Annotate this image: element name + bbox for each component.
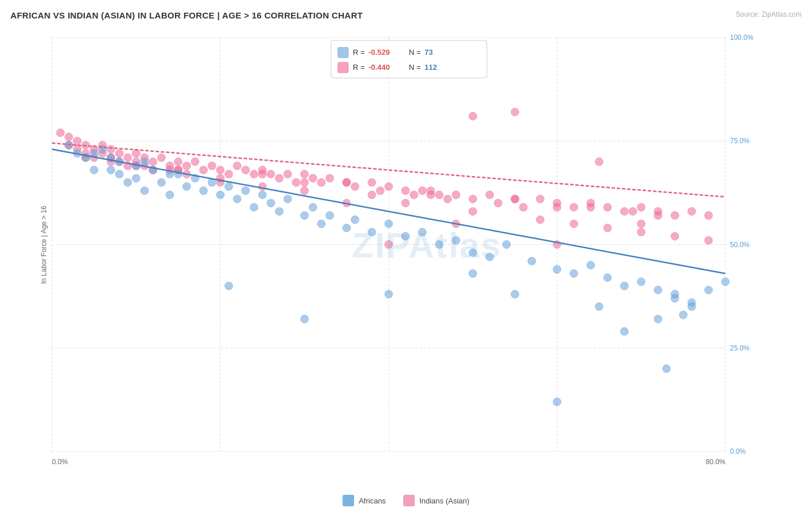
svg-point-191 <box>679 311 687 319</box>
svg-point-66 <box>368 178 376 186</box>
svg-point-70 <box>410 191 418 199</box>
svg-rect-202 <box>338 47 348 58</box>
svg-point-91 <box>469 112 477 120</box>
svg-text:N =: N = <box>409 63 421 72</box>
svg-point-59 <box>292 178 300 186</box>
svg-point-150 <box>217 191 225 199</box>
svg-point-171 <box>469 249 477 257</box>
svg-point-197 <box>671 294 679 303</box>
svg-point-84 <box>604 203 612 211</box>
svg-point-105 <box>469 207 477 215</box>
svg-point-45 <box>182 162 191 170</box>
svg-rect-207 <box>338 62 348 73</box>
svg-point-170 <box>452 236 460 244</box>
svg-point-52 <box>233 162 241 170</box>
svg-point-43 <box>174 158 182 166</box>
svg-point-186 <box>225 282 233 290</box>
svg-point-103 <box>368 191 376 199</box>
svg-point-74 <box>452 191 460 199</box>
svg-text:50.0%: 50.0% <box>730 241 750 249</box>
svg-point-193 <box>654 315 662 323</box>
svg-point-155 <box>258 191 266 199</box>
svg-point-185 <box>300 315 308 323</box>
svg-point-145 <box>174 170 182 178</box>
svg-point-179 <box>620 282 628 290</box>
svg-point-114 <box>511 195 519 203</box>
svg-point-67 <box>376 186 384 195</box>
svg-point-117 <box>258 170 266 178</box>
svg-point-178 <box>604 274 612 282</box>
chart-svg: 100.0%75.0%50.0%25.0%0.0%0.0%80.0%R = -0… <box>46 32 777 457</box>
svg-text:75.0%: 75.0% <box>730 137 750 145</box>
svg-point-194 <box>620 327 628 335</box>
svg-text:R =: R = <box>353 48 365 57</box>
svg-point-92 <box>511 108 519 116</box>
svg-point-125 <box>553 203 561 211</box>
svg-point-75 <box>469 195 477 203</box>
chart-area: ZIPAtlas 100.0%75.0%50.0%25.0%0.0%0.0%80… <box>46 32 777 457</box>
svg-point-136 <box>124 178 132 186</box>
svg-text:100.0%: 100.0% <box>730 33 754 42</box>
svg-point-162 <box>326 211 334 219</box>
svg-text:0.0%: 0.0% <box>730 447 746 456</box>
svg-point-160 <box>309 203 317 211</box>
svg-point-72 <box>435 191 443 199</box>
svg-point-148 <box>199 186 207 195</box>
svg-point-96 <box>637 220 645 228</box>
svg-point-58 <box>284 170 292 178</box>
legend-label-indians: Indians (Asian) <box>419 497 470 505</box>
svg-point-85 <box>620 207 628 215</box>
svg-point-135 <box>116 170 124 178</box>
svg-point-167 <box>401 232 409 240</box>
svg-point-112 <box>587 203 595 211</box>
svg-point-111 <box>705 236 713 244</box>
svg-point-17 <box>57 129 65 137</box>
svg-point-108 <box>604 224 612 232</box>
svg-point-97 <box>654 211 662 219</box>
svg-point-68 <box>385 182 393 191</box>
svg-text:0.0%: 0.0% <box>52 458 68 466</box>
svg-text:80.0%: 80.0% <box>706 458 725 466</box>
svg-point-61 <box>309 174 317 182</box>
svg-point-106 <box>536 215 544 223</box>
svg-point-139 <box>140 158 148 166</box>
svg-point-180 <box>637 278 645 286</box>
svg-point-184 <box>705 286 713 294</box>
svg-point-144 <box>166 191 174 199</box>
svg-point-192 <box>721 278 729 286</box>
svg-point-198 <box>688 303 696 311</box>
svg-text:N =: N = <box>409 48 421 57</box>
svg-point-113 <box>629 207 637 215</box>
svg-point-176 <box>570 270 578 278</box>
svg-point-196 <box>662 365 671 373</box>
svg-point-161 <box>317 220 325 228</box>
svg-point-62 <box>317 178 325 186</box>
svg-point-123 <box>300 178 308 186</box>
svg-point-48 <box>199 166 207 174</box>
svg-point-126 <box>65 141 73 149</box>
svg-point-177 <box>587 261 595 269</box>
svg-point-142 <box>157 178 165 186</box>
legend-item-indians: Indians (Asian) <box>403 495 470 506</box>
svg-point-32 <box>124 154 132 162</box>
svg-point-65 <box>351 182 359 191</box>
svg-point-20 <box>73 137 81 145</box>
svg-text:-0.529: -0.529 <box>368 48 390 57</box>
svg-point-172 <box>486 253 494 261</box>
svg-point-54 <box>250 170 258 178</box>
svg-point-130 <box>90 166 98 174</box>
svg-point-152 <box>233 195 241 203</box>
svg-point-169 <box>435 241 443 249</box>
svg-point-166 <box>385 220 393 228</box>
svg-point-88 <box>671 211 679 219</box>
svg-point-195 <box>553 398 561 406</box>
legend-item-africans: Africans <box>342 495 386 506</box>
svg-point-28 <box>107 145 115 154</box>
svg-point-107 <box>570 220 578 228</box>
svg-point-151 <box>225 182 233 191</box>
legend-box-indians <box>403 495 415 506</box>
svg-point-133 <box>107 166 115 174</box>
svg-point-165 <box>368 228 376 236</box>
svg-point-89 <box>688 207 696 215</box>
svg-point-159 <box>300 211 308 219</box>
